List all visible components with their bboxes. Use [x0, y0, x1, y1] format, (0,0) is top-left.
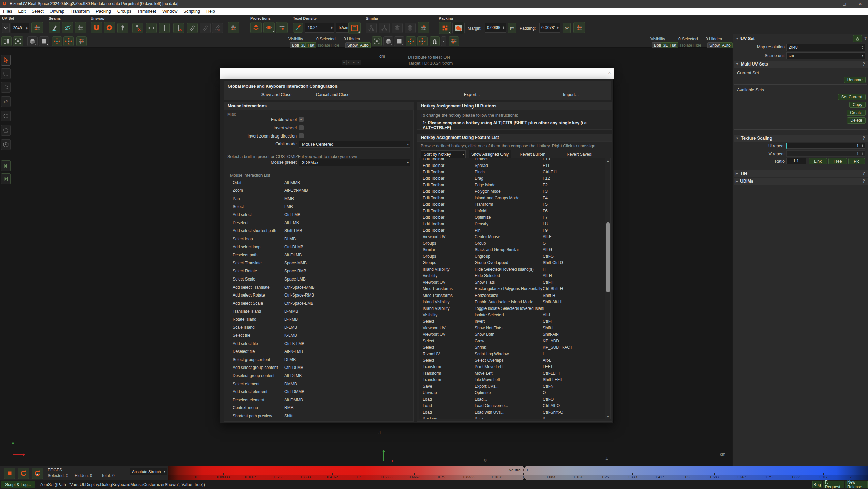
stop-button[interactable]	[4, 468, 15, 479]
hotkey-row[interactable]: Edit Toolbar Pin F9	[419, 227, 605, 234]
mouse-interaction-row[interactable]: Select Scale Space-LMB	[224, 275, 413, 283]
seam-lasso-button[interactable]	[62, 22, 73, 33]
mouse-interaction-row[interactable]: Deselect path Alt-DLMB	[224, 251, 413, 259]
stepper-arrows-icon[interactable]: ▲▼	[860, 46, 865, 49]
pack-tiles-button[interactable]	[439, 22, 451, 34]
mouse-interaction-row[interactable]: Select Translate Space-MMB	[224, 259, 413, 267]
lock-button[interactable]	[853, 35, 862, 42]
mouse-interaction-row[interactable]: Add select shortest path Shift-LMB	[224, 227, 413, 235]
menu-item[interactable]: Window	[159, 9, 180, 14]
menu-item[interactable]: Groups	[114, 9, 134, 14]
magnet-dropdown-button[interactable]: ▼	[441, 36, 446, 46]
bug-button[interactable]: Bug	[812, 481, 822, 488]
export-button[interactable]: Export...	[464, 92, 480, 97]
script-log-button[interactable]: Script & Log...	[1, 481, 35, 488]
similar-tree-filled-button[interactable]	[379, 23, 390, 33]
stepper-arrows-icon[interactable]: ▲▼	[556, 26, 560, 29]
hotkey-row[interactable]: Island Visibility Enable Auto Isolate Is…	[419, 299, 605, 305]
hotkey-row[interactable]: Edit Toolbar Pinch Ctrl-F11	[419, 169, 605, 175]
dialog-titlebar[interactable]: ✕	[220, 68, 614, 79]
view-flat-button[interactable]	[39, 36, 49, 46]
hotkey-row[interactable]: Load Load with UVs... Ctrl-Shift-O	[419, 409, 605, 416]
import-button[interactable]: Import...	[563, 92, 579, 97]
marquee-select-button[interactable]	[1, 68, 11, 79]
scroll-down-icon[interactable]: ▼	[605, 414, 610, 419]
scroll-up-icon[interactable]: ▲	[605, 158, 610, 163]
mouse-interaction-row[interactable]: Select loop DLMB	[224, 235, 413, 243]
nav-letter-l[interactable]: L	[346, 60, 351, 65]
mouse-interaction-row[interactable]: Select group content DLMB	[224, 356, 413, 364]
mouse-interaction-row[interactable]: Orbit Alt-MMB	[224, 178, 413, 187]
uv-viewport-options-button[interactable]	[449, 36, 459, 46]
mouse-interaction-row[interactable]: Translate island D-MMB	[224, 307, 413, 316]
hotkey-row[interactable]: Island Visibility Hide Selected/Hovered …	[419, 266, 605, 273]
mouse-interaction-row[interactable]: Pan MMB	[224, 195, 413, 203]
v-repeat-stepper[interactable]: 1 ▲▼	[786, 150, 865, 157]
packing-options-button[interactable]	[573, 22, 585, 33]
hotkey-row[interactable]: Misc Transforms Rectangularize Polygons …	[419, 286, 605, 292]
texel-eyedropper-button[interactable]	[293, 23, 303, 33]
remove-constraint-button[interactable]	[173, 23, 184, 33]
feature-request-button[interactable]: F. Request	[823, 481, 844, 488]
uv-visibility-flat-button[interactable]: Flat	[668, 42, 678, 48]
menu-item[interactable]: Unwrap	[47, 9, 68, 14]
sort-by-dropdown[interactable]: Sort by hotkey ▾	[421, 150, 466, 158]
ratio-link-button[interactable]: Link	[809, 158, 827, 164]
padding-stepper[interactable]: 0.00781 ▲▼	[539, 23, 560, 33]
tile-help-icon[interactable]: ?	[863, 171, 865, 176]
texel-density-stepper[interactable]: 10.24 ▲▼	[305, 23, 334, 33]
hotkey-row[interactable]: Edit Toolbar Transform F5	[419, 201, 605, 207]
mouse-interaction-row[interactable]: Select tile K-LMB	[224, 331, 413, 340]
refresh-button[interactable]	[18, 468, 29, 479]
lasso-select-button[interactable]	[1, 82, 11, 93]
uv-visibility-isolate-button[interactable]: Isolate	[680, 43, 692, 48]
select-cursor-button[interactable]	[1, 55, 11, 66]
next-step-button[interactable]	[1, 173, 11, 184]
hotkey-row[interactable]: Groups Group Overlapped Shift-Ctrl-G	[419, 260, 605, 266]
hotkey-row[interactable]: Groups Group G	[419, 240, 605, 247]
uv-fit-view-button[interactable]	[372, 36, 382, 46]
stepper-arrows-icon[interactable]: ▲▼	[25, 26, 29, 30]
set-action-button[interactable]: Create	[847, 110, 866, 116]
hotkey-row[interactable]: Edit Toolbar Optimize F7	[419, 214, 605, 220]
hotkey-row[interactable]: Viewport UV Center Mouse Alt-F	[419, 234, 605, 240]
uvset-chevron-button[interactable]	[2, 23, 10, 33]
uv-view-3d-button[interactable]	[383, 36, 393, 46]
show-assigned-only-toggle[interactable]: Show Assigned Only	[469, 150, 511, 159]
scene-unit-dropdown[interactable]: cm ▾	[786, 52, 865, 59]
menu-item[interactable]: Help	[203, 9, 218, 14]
hotkey-row[interactable]: Transform Move Left Ctrl-LEFT	[419, 370, 605, 377]
hotkey-row[interactable]: Viewport UV Show Both Shift-Alt-I	[419, 331, 605, 337]
pin-button[interactable]	[117, 23, 128, 33]
uvset-resolution-stepper[interactable]: 2048 ▲▼	[11, 23, 29, 33]
hotkey-row[interactable]: Edit Toolbar Unfold F6	[419, 207, 605, 214]
ratio-pic-button[interactable]: Pic	[848, 158, 865, 164]
u-repeat-stepper[interactable]: 1 ▲▼	[786, 143, 865, 149]
udims-header[interactable]: ▶ UDIMs ?	[734, 178, 868, 185]
hotkey-row[interactable]: Island Visibility Toggle Isolate Selecte…	[419, 305, 605, 312]
visibility-flat-button[interactable]: Flat	[305, 42, 316, 48]
hotkey-row[interactable]: Transform Pixel Move Left LEFT	[419, 364, 605, 370]
fit-view-button[interactable]	[13, 36, 23, 46]
mouse-interaction-row[interactable]: Deselect element Alt-DMMB	[224, 396, 413, 404]
mouse-interaction-row[interactable]: Select element DMMB	[224, 380, 413, 388]
hotkey-row[interactable]: Viewport UV Show Not Flats Shift-I	[419, 325, 605, 331]
dialog-close-icon[interactable]: ✕	[608, 71, 611, 75]
set-action-button[interactable]: Delete	[847, 117, 866, 124]
mouse-interaction-row[interactable]: Deselect group content Alt-DLMB	[224, 372, 413, 380]
tile-header[interactable]: ▶ Tile ?	[734, 170, 868, 177]
hotkey-row[interactable]: Edit Toolbar Edge Mode F2	[419, 182, 605, 188]
minimize-icon[interactable]: –	[821, 0, 837, 8]
menu-item[interactable]: Edit	[15, 9, 29, 14]
unpin-button[interactable]	[132, 23, 143, 33]
rename-button[interactable]: Rename	[844, 77, 866, 83]
invert-wheel-checkbox[interactable]	[299, 125, 304, 130]
menu-item[interactable]: Scripting	[180, 9, 203, 14]
similar-tree-button[interactable]	[366, 23, 377, 33]
invert-zoom-checkbox[interactable]	[299, 133, 304, 138]
box-projection-button[interactable]	[263, 22, 275, 33]
hotkey-row[interactable]: Unwrap Optimize O	[419, 390, 605, 396]
orbit-mode-dropdown[interactable]: Mouse Centered ▾	[299, 141, 410, 148]
maximize-icon[interactable]: ▢	[837, 0, 852, 8]
stepper-arrows-icon[interactable]: ▲▼	[501, 26, 506, 29]
